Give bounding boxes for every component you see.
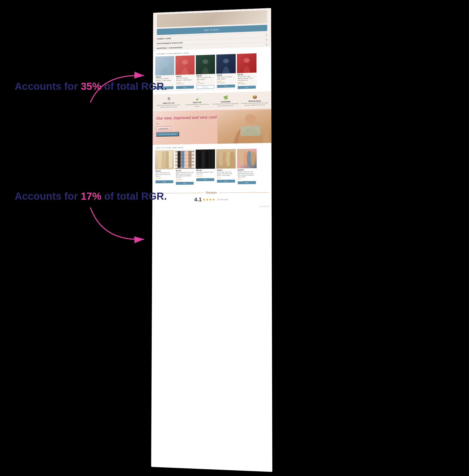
super-soft-icon: 🍃 <box>184 96 211 101</box>
svg-point-5 <box>223 59 229 63</box>
set-stars-2: ★★★★★ <box>176 179 194 181</box>
sets-grid: $42.00 Torres Callie Brief 4 Set - Blanc… <box>152 148 272 188</box>
minimal-impact-icon: 📦 <box>241 94 269 100</box>
screenshot-panel: ADD TO BAG FABRIC CARE ∨ SUSTAINABLE PRA… <box>151 8 272 472</box>
product-card-2: $19.00 Callie Crop Cherry Blossom - Ligh… <box>175 55 195 92</box>
powered-by: Powered by ⊕ <box>152 204 272 209</box>
reviews-title: Reviews <box>206 191 217 194</box>
promo-logo: pantyperks <box>156 127 171 131</box>
reviews-line-right <box>219 192 269 193</box>
feature-item-3: 🌿 Sustainable Our signature fabric produ… <box>212 95 240 107</box>
promo-model-image <box>218 110 272 143</box>
product-info-3: $15.00 Callie Crop Forest Fern - Light S… <box>196 74 215 85</box>
feature-item-2: 🍃 Super Soft eco-soft technology for max… <box>184 96 211 108</box>
svg-rect-10 <box>162 151 165 168</box>
size-btn-4[interactable]: Size <box>217 84 235 88</box>
svg-rect-20 <box>209 151 212 168</box>
set-img-5 <box>237 149 257 168</box>
svg-rect-19 <box>205 151 208 167</box>
set-info-2: $77.00 Weekly Callie Brief 7 Set - Mix B… <box>175 169 194 181</box>
feature-desc-3: Our signature fabric produced in organic… <box>212 103 240 107</box>
set-stars-5: ★★★ <box>238 178 256 180</box>
powered-by-logo-icon: ⊕ <box>268 205 269 207</box>
set-size-btn-1[interactable]: Size <box>156 180 173 184</box>
set-size-btn-4[interactable]: Size <box>217 180 235 183</box>
feature-desc-1: Antibacterial, Breathable and Toxin Free… <box>155 104 183 109</box>
set-name-2: Weekly Callie Brief 7 Set - Mix Black, B… <box>176 172 194 179</box>
set-stars-3: ★★★★★ <box>196 175 214 177</box>
set-info-1: $42.00 Torres Callie Brief 4 Set - Blanc… <box>155 169 174 180</box>
set-price-2: $77.00 <box>176 170 194 172</box>
features-section: ⚗ Better For You Antibacterial, Breathab… <box>153 91 271 111</box>
svg-rect-12 <box>169 151 172 168</box>
promo-cta-button[interactable]: SIGN UP OR LOGIN <box>156 132 179 136</box>
svg-point-6 <box>244 58 250 63</box>
set-img-4 <box>216 149 236 169</box>
set-card-5: $128.07 Weekly Callie Crop 7 Set - Black… <box>237 149 257 185</box>
annotation-top-prefix: Accounts for <box>15 80 81 92</box>
set-size-btn-2[interactable]: Size <box>176 182 194 185</box>
annotation-bottom: Accounts for 17% of total RGR. <box>15 190 167 202</box>
top-product-area: ADD TO BAG FABRIC CARE ∨ SUSTAINABLE PRA… <box>153 8 271 51</box>
set-price-4: $76.50 <box>217 169 235 171</box>
feature-item-1: ⚗ Better For You Antibacterial, Breathab… <box>155 96 183 108</box>
product-img-1 <box>155 56 174 75</box>
set-name-5: Weekly Callie Crop 7 Set - Black, Blue B… <box>238 171 256 178</box>
product-info-4: $25.50 Callie Crop in the Navy - Light S… <box>216 73 236 84</box>
svg-rect-14 <box>181 151 184 168</box>
set-info-3: $47.00 Callie Brief Black Set - Buy 3 Ge… <box>196 169 215 178</box>
svg-point-4 <box>202 59 208 64</box>
chevron-down-icon3: ∨ <box>266 44 268 46</box>
svg-rect-15 <box>185 151 188 168</box>
svg-rect-11 <box>166 151 168 168</box>
product-img-4 <box>216 54 236 74</box>
svg-point-24 <box>230 151 234 166</box>
set-card-2: $77.00 Weekly Callie Brief 7 Set - Mix B… <box>175 150 194 186</box>
sustainable-practice-label: SUSTAINABLE PRACTICE <box>157 42 183 45</box>
svg-rect-18 <box>202 151 205 167</box>
product-info-5: $37.00 Classic Brief - High Waisted Vint… <box>237 73 256 85</box>
name-2: Callie Crop Cherry Blossom - Light Suppo… <box>176 77 194 81</box>
rating-count: 514 Reviews <box>217 198 228 201</box>
svg-point-2 <box>161 61 168 66</box>
reviews-2: (134 Reviews) <box>176 83 194 85</box>
set-info-5: $128.07 Weekly Callie Crop 7 Set - Black… <box>237 168 257 181</box>
product-card-4: $25.50 Callie Crop in the Navy - Light S… <box>216 54 236 90</box>
reviews-header: Reviews <box>155 191 269 195</box>
set-img-1 <box>155 150 174 169</box>
set-price-3: $47.00 <box>196 169 214 171</box>
set-stars-1: ★★★★★ <box>156 177 173 179</box>
reviews-4: (48+ Reviews) <box>217 81 235 83</box>
powered-by-text: Powered by <box>259 206 267 207</box>
name-3: Callie Crop Forest Fern - Light Support <box>196 76 214 80</box>
promo-banner: EARN POINTS WITH EVERY PURCHASE Our new,… <box>153 109 272 145</box>
set-card-3: $47.00 Callie Brief Black Set - Buy 3 Ge… <box>196 149 215 185</box>
svg-rect-8 <box>241 126 260 136</box>
arrow-top-icon <box>83 68 151 107</box>
name-4: Callie Crop in the Navy - Light Support <box>217 76 235 80</box>
set-size-btn-3[interactable]: Size <box>196 178 215 181</box>
svg-rect-13 <box>178 151 181 168</box>
product-image-strip <box>157 10 267 27</box>
product-img-5 <box>237 53 256 73</box>
set-card-4: $76.50 Torres Callie Crop 4 Set - Blanco… <box>216 149 236 185</box>
feature-desc-2: eco-soft technology for maximum all day … <box>184 104 211 108</box>
chevron-down-icon2: ∨ <box>266 39 267 41</box>
set-name-1: Torres Callie Brief 4 Set - Blanco, Bono… <box>156 172 173 177</box>
size-btn-5[interactable]: Size <box>238 86 256 89</box>
arrow-bottom-icon <box>83 203 151 247</box>
feature-title-2: Super Soft <box>184 101 211 104</box>
product-card-3: $15.00 Callie Crop Forest Fern - Light S… <box>196 55 215 91</box>
options-btn-3[interactable]: Options <box>196 85 214 89</box>
svg-rect-9 <box>159 151 161 168</box>
overall-rating: 4.1 <box>194 196 201 203</box>
shipping-label: SHIPPING + EXCHANGES <box>157 46 183 49</box>
set-info-4: $76.50 Torres Callie Crop 4 Set - Blanco… <box>216 168 236 179</box>
product-img-3 <box>196 55 215 74</box>
reviews-section: Reviews 4.1 ★★★★ 514 Reviews <box>152 187 271 205</box>
set-card-1: $42.00 Torres Callie Brief 4 Set - Blanc… <box>155 150 174 186</box>
size-btn-2[interactable]: Size <box>176 85 194 89</box>
better-for-you-icon: ⚗ <box>155 96 183 102</box>
set-size-btn-5[interactable]: Size <box>238 181 256 184</box>
chevron-down-icon: ∨ <box>266 34 267 36</box>
